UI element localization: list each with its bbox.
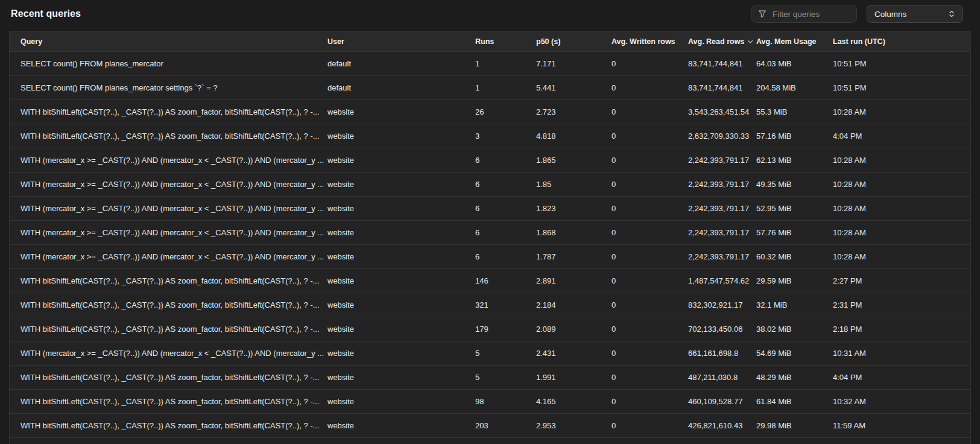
cell-query: WITH bitShiftLeft(CAST(?..), _CAST(?..))… — [21, 397, 327, 406]
cell-written-rows: 0 — [612, 276, 688, 285]
cell-user: website — [327, 421, 475, 430]
cell-query: WITH bitShiftLeft(CAST(?..), _CAST(?..))… — [21, 107, 327, 116]
table-row[interactable]: WITH bitShiftLeft(CAST(?..), _CAST(?..))… — [10, 365, 970, 389]
cell-p50: 2.891 — [536, 276, 612, 285]
cell-query: WITH (mercator_x >= _CAST(?..)) AND (mer… — [21, 204, 327, 213]
cell-mem-usage: 32.1 MiB — [756, 300, 833, 309]
cell-mem-usage: 57.76 MiB — [756, 228, 833, 237]
cell-written-rows: 0 — [612, 421, 688, 430]
cell-written-rows: 0 — [612, 204, 688, 213]
cell-user: website — [327, 325, 475, 334]
table-row[interactable]: WITH bitShiftLeft(CAST(?..), _CAST(?..))… — [10, 293, 970, 317]
cell-last-run: 10:28 AM — [833, 156, 970, 165]
column-header-runs[interactable]: Runs — [475, 37, 536, 46]
column-header-query[interactable]: Query — [21, 37, 327, 46]
cell-user: website — [327, 373, 475, 382]
cell-query: WITH bitShiftLeft(CAST(?..), _CAST(?..))… — [21, 325, 327, 334]
cell-query: WITH bitShiftLeft(CAST(?..), _CAST(?..))… — [21, 421, 327, 430]
cell-p50: 1.85 — [536, 180, 612, 189]
table-row[interactable]: WITH bitShiftLeft(CAST(?..), _CAST(?..))… — [10, 268, 970, 293]
cell-written-rows: 0 — [612, 180, 688, 189]
cell-user: website — [327, 276, 475, 285]
cell-read-rows: 2,242,393,791.17 — [688, 204, 756, 213]
columns-select-label: Columns — [874, 10, 906, 19]
table-row[interactable]: WITH bitShiftLeft(CAST(?..), _CAST(?..))… — [10, 124, 970, 148]
column-header-label: Avg. Written rows — [612, 37, 675, 46]
cell-query: WITH bitShiftLeft(CAST(?..), _CAST(?..))… — [21, 132, 327, 141]
filter-queries-box[interactable] — [751, 5, 857, 23]
column-header-user[interactable]: User — [327, 37, 475, 46]
topbar: Recent queries Columns — [0, 0, 980, 31]
column-header-avg-written-rows[interactable]: Avg. Written rows — [612, 37, 688, 46]
cell-p50: 1.787 — [536, 252, 612, 261]
cell-read-rows: 426,821,610.43 — [688, 421, 756, 430]
cell-user: website — [327, 252, 475, 261]
cell-p50: 2.089 — [536, 325, 612, 334]
table-row[interactable]: WITH bitShiftLeft(CAST(?..), _CAST(?..))… — [10, 389, 970, 413]
column-header-avg-read-rows[interactable]: Avg. Read rows — [688, 37, 756, 46]
cell-last-run: 10:28 AM — [833, 204, 970, 213]
funnel-icon — [758, 10, 767, 18]
cell-p50: 2.184 — [536, 300, 612, 309]
cell-last-run: 4:04 PM — [833, 132, 970, 141]
cell-user: website — [327, 132, 475, 141]
cell-user: website — [327, 107, 475, 116]
table-row-clipped[interactable] — [10, 437, 970, 444]
table-row[interactable]: SELECT count() FROM planes_mercator defa… — [10, 51, 970, 75]
cell-mem-usage: 52.95 MiB — [756, 204, 833, 213]
cell-read-rows: 2,632,709,330.33 — [688, 132, 756, 141]
cell-user: website — [327, 180, 475, 189]
cell-user: website — [327, 397, 475, 406]
filter-queries-input[interactable] — [771, 9, 850, 19]
recent-queries-table: Query User Runs p50 (s) Avg. Written row… — [9, 31, 971, 444]
cell-query: WITH bitShiftLeft(CAST(?..), _CAST(?..))… — [21, 276, 327, 285]
cell-mem-usage: 57.16 MiB — [756, 132, 833, 141]
cell-read-rows: 83,741,744,841 — [688, 59, 756, 68]
cell-p50: 2.431 — [536, 349, 612, 358]
table-row[interactable]: WITH (mercator_x >= _CAST(?..)) AND (mer… — [10, 148, 970, 172]
column-header-p50-s[interactable]: p50 (s) — [536, 37, 612, 46]
table-row[interactable]: WITH bitShiftLeft(CAST(?..), _CAST(?..))… — [10, 100, 970, 124]
chevron-up-down-icon — [948, 10, 955, 18]
cell-read-rows: 3,543,263,451.54 — [688, 107, 756, 116]
cell-mem-usage: 61.84 MiB — [756, 397, 833, 406]
cell-written-rows: 0 — [612, 228, 688, 237]
cell-last-run: 11:59 AM — [833, 421, 970, 430]
table-row[interactable]: WITH (mercator_x >= _CAST(?..)) AND (mer… — [10, 196, 970, 220]
cell-written-rows: 0 — [612, 300, 688, 309]
table-row[interactable]: WITH (mercator_x >= _CAST(?..)) AND (mer… — [10, 341, 970, 365]
cell-runs: 5 — [475, 373, 536, 382]
cell-mem-usage: 64.03 MiB — [756, 59, 833, 68]
table-row[interactable]: WITH bitShiftLeft(CAST(?..), _CAST(?..))… — [10, 413, 970, 437]
cell-p50: 4.818 — [536, 132, 612, 141]
columns-select[interactable]: Columns — [867, 5, 963, 23]
cell-written-rows: 0 — [612, 59, 688, 68]
cell-query: WITH (mercator_x >= _CAST(?..)) AND (mer… — [21, 180, 327, 189]
cell-query: WITH bitShiftLeft(CAST(?..), _CAST(?..))… — [21, 300, 327, 309]
cell-mem-usage: 29.98 MiB — [756, 421, 833, 430]
table-row[interactable]: WITH (mercator_x >= _CAST(?..)) AND (mer… — [10, 220, 970, 244]
cell-p50: 4.165 — [536, 397, 612, 406]
column-header-avg-mem-usage[interactable]: Avg. Mem Usage — [756, 37, 833, 46]
cell-last-run: 10:28 AM — [833, 252, 970, 261]
cell-last-run: 10:28 AM — [833, 107, 970, 116]
cell-runs: 6 — [475, 228, 536, 237]
column-header-label: Avg. Mem Usage — [756, 37, 817, 46]
table-row[interactable]: WITH bitShiftLeft(CAST(?..), _CAST(?..))… — [10, 317, 970, 341]
cell-mem-usage: 62.13 MiB — [756, 156, 833, 165]
cell-read-rows: 832,302,921.17 — [688, 300, 756, 309]
cell-written-rows: 0 — [612, 83, 688, 92]
table-row[interactable]: WITH (mercator_x >= _CAST(?..)) AND (mer… — [10, 244, 970, 268]
table-row[interactable]: WITH (mercator_x >= _CAST(?..)) AND (mer… — [10, 172, 970, 196]
table-row[interactable]: SELECT count() FROM planes_mercator sett… — [10, 75, 970, 100]
cell-read-rows: 460,109,528.77 — [688, 397, 756, 406]
column-header-label: Runs — [475, 37, 494, 46]
cell-user: website — [327, 228, 475, 237]
cell-p50: 7.171 — [536, 59, 612, 68]
cell-runs: 6 — [475, 156, 536, 165]
column-header-label: User — [327, 37, 344, 46]
cell-runs: 1 — [475, 83, 536, 92]
column-header-last-run-utc[interactable]: Last run (UTC) — [833, 37, 970, 46]
cell-runs: 321 — [475, 300, 536, 309]
cell-p50: 1.823 — [536, 204, 612, 213]
